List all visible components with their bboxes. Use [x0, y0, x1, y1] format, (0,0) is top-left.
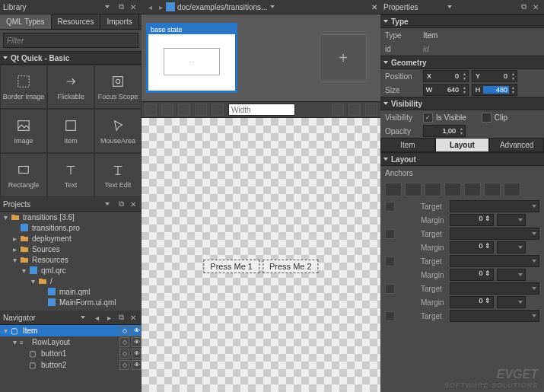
forward-icon[interactable]: ▸ — [155, 3, 166, 11]
back-icon[interactable]: ◂ — [145, 3, 155, 11]
project-node[interactable]: ▸deployment — [0, 233, 142, 244]
margin-unit[interactable] — [497, 241, 526, 253]
project-node[interactable]: ▸Sources — [0, 244, 142, 254]
visibility-toggle[interactable]: 👁 — [132, 337, 142, 347]
split-icon[interactable]: ⧉ — [116, 199, 126, 209]
anchor-btn[interactable] — [464, 183, 481, 196]
chevron-down-icon[interactable] — [270, 5, 275, 8]
document-path[interactable]: doc/examples/transitions... — [177, 3, 267, 11]
is-visible-checkbox[interactable]: ✓ — [423, 113, 433, 123]
export-toggle[interactable]: ◇ — [119, 337, 129, 347]
qml-type-text-edit[interactable]: Text Edit — [94, 153, 142, 197]
close-icon[interactable]: ✕ — [371, 3, 377, 11]
section-layout[interactable]: Layout — [380, 152, 544, 166]
toolbar-btn[interactable] — [195, 104, 207, 116]
chevron-down-icon[interactable] — [105, 202, 110, 206]
project-node[interactable]: MainForm.ui.qml — [0, 297, 142, 308]
section-geometry[interactable]: Geometry — [380, 56, 544, 69]
tab-resources[interactable]: Resources — [52, 14, 101, 29]
margin-unit[interactable] — [497, 214, 526, 226]
export-toggle[interactable]: ◇ — [119, 326, 129, 336]
anchor-btn[interactable] — [405, 183, 422, 196]
navigator-node[interactable]: ▾≡RowLayout◇👁 — [0, 336, 142, 348]
margin-unit[interactable] — [497, 269, 526, 281]
margin-input[interactable]: 0 ⇕ — [450, 214, 494, 226]
visibility-toggle[interactable]: 👁 — [132, 349, 142, 359]
chevron-down-icon[interactable] — [105, 5, 110, 8]
anchor-btn[interactable] — [425, 183, 441, 196]
arrow-left-icon[interactable]: ◂ — [91, 312, 102, 323]
subtab-layout[interactable]: Layout — [435, 138, 490, 152]
visibility-toggle[interactable]: 👁 — [132, 326, 142, 336]
margin-input[interactable]: 0 ⇕ — [450, 241, 494, 253]
toolbar-btn[interactable] — [348, 104, 361, 116]
chevron-down-icon[interactable] — [81, 316, 85, 319]
design-canvas[interactable]: Press Me 1 Press Me 2 — [142, 118, 380, 392]
qml-type-flickable[interactable]: Flickable — [47, 65, 94, 109]
navigator-node[interactable]: ▾▢Item◇👁 — [0, 325, 142, 336]
close-icon[interactable]: ✕ — [128, 2, 138, 12]
state-base[interactable]: base state ·· ·· — [146, 23, 237, 93]
size-h-input[interactable]: H480▴▾ — [472, 84, 517, 96]
split-icon[interactable]: ⧉ — [518, 2, 529, 12]
qml-type-mousearea[interactable]: MouseArea — [94, 109, 142, 153]
add-state-button[interactable]: + — [320, 34, 367, 81]
tab-imports[interactable]: Imports — [100, 14, 138, 29]
anchor-enable-checkbox[interactable] — [385, 257, 395, 266]
close-icon[interactable]: ✕ — [128, 312, 138, 323]
tab-qml-types[interactable]: QML Types — [0, 14, 52, 29]
toolbar-btn[interactable] — [145, 104, 157, 116]
anchor-btn[interactable] — [385, 183, 402, 196]
visibility-toggle[interactable]: 👁 — [132, 360, 142, 370]
anchor-enable-checkbox[interactable] — [385, 229, 395, 239]
position-y-input[interactable]: Y0▴▾ — [472, 70, 517, 82]
position-x-input[interactable]: X0▴▾ — [423, 70, 469, 82]
anchor-enable-checkbox[interactable] — [385, 311, 395, 321]
target-combo[interactable] — [450, 200, 539, 212]
anchor-btn[interactable] — [444, 183, 461, 196]
anchor-btn[interactable] — [504, 183, 520, 196]
margin-input[interactable]: 0 ⇕ — [450, 269, 494, 281]
margin-input[interactable]: 0 ⇕ — [450, 296, 494, 308]
margin-unit[interactable] — [497, 296, 526, 308]
arrow-right-icon[interactable]: ▸ — [103, 312, 114, 323]
navigator-node[interactable]: ▢button1◇👁 — [0, 348, 142, 359]
close-icon[interactable]: ✕ — [530, 2, 541, 12]
target-combo[interactable] — [450, 228, 539, 240]
anchor-enable-checkbox[interactable] — [385, 202, 395, 212]
project-node[interactable]: ▾Resources — [0, 254, 142, 265]
size-w-input[interactable]: W640▴▾ — [423, 84, 469, 96]
qml-type-border-image[interactable]: Border Image — [0, 65, 47, 109]
qtquick-basic-section[interactable]: Qt Quick - Basic — [0, 51, 142, 65]
subtab-advanced[interactable]: Advanced — [489, 138, 544, 152]
target-combo[interactable] — [450, 282, 539, 295]
width-input[interactable] — [228, 104, 295, 116]
section-visibility[interactable]: Visibility — [380, 97, 544, 110]
export-toggle[interactable]: ◇ — [119, 360, 129, 370]
target-combo[interactable] — [450, 255, 539, 267]
qml-type-item[interactable]: Item — [47, 109, 94, 153]
chevron-down-icon[interactable] — [447, 5, 452, 8]
anchor-btn[interactable] — [484, 183, 501, 196]
target-combo[interactable] — [450, 310, 539, 322]
anchor-enable-checkbox[interactable] — [385, 284, 395, 294]
opacity-input[interactable]: 1,00▴▾ — [423, 125, 466, 137]
filter-input[interactable]: Filter — [3, 33, 138, 48]
toolbar-btn[interactable] — [178, 104, 190, 116]
toolbar-btn[interactable] — [365, 104, 377, 116]
qml-type-rectangle[interactable]: Rectangle — [0, 153, 47, 197]
close-icon[interactable]: ✕ — [128, 199, 138, 209]
canvas-button-1[interactable]: Press Me 1 — [203, 260, 259, 273]
clip-checkbox[interactable] — [482, 113, 492, 123]
navigator-node[interactable]: ▢button2◇👁 — [0, 359, 142, 371]
toolbar-btn[interactable] — [161, 104, 173, 116]
project-node[interactable]: transitions.pro — [0, 222, 142, 233]
project-node[interactable]: ▾/ — [0, 276, 142, 286]
qml-type-text[interactable]: Text — [47, 153, 94, 197]
project-node[interactable]: ▾qml.qrc — [0, 265, 142, 276]
qml-type-focus-scope[interactable]: Focus Scope — [94, 65, 142, 109]
section-type[interactable]: Type — [380, 14, 544, 28]
canvas-button-2[interactable]: Press Me 2 — [262, 260, 319, 273]
prop-id-value[interactable]: id — [423, 45, 429, 53]
toolbar-btn[interactable] — [212, 104, 224, 116]
